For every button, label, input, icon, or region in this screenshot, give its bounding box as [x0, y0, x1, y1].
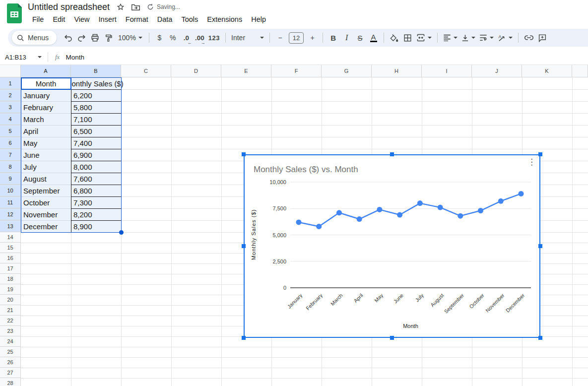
column-header-E[interactable]: E	[221, 65, 271, 77]
decrease-decimals-button[interactable]: .0←	[180, 31, 193, 45]
menu-data[interactable]: Data	[153, 14, 177, 24]
data-point-October[interactable]	[478, 208, 483, 213]
chart-resize-handle[interactable]	[242, 336, 246, 340]
data-point-November[interactable]	[498, 198, 504, 204]
cell-B12[interactable]: 8,200	[71, 208, 121, 220]
undo-button[interactable]	[62, 31, 75, 45]
zoom-select[interactable]: 100%	[115, 34, 145, 42]
row-header-19[interactable]: 19	[0, 284, 21, 295]
row-header-2[interactable]: 2	[0, 89, 21, 101]
insert-comment-button[interactable]	[535, 31, 549, 45]
column-header-I[interactable]: I	[422, 65, 472, 77]
chevron-down-icon[interactable]	[471, 37, 475, 39]
cell-B8[interactable]: 8,000	[71, 161, 121, 173]
cell-B4[interactable]: 7,100	[71, 113, 121, 125]
increase-decimals-button[interactable]: .00→	[193, 31, 206, 45]
cell-A11[interactable]: October	[21, 196, 71, 208]
format-percent-button[interactable]: %	[166, 31, 180, 45]
name-box-dropdown[interactable]	[38, 56, 42, 58]
row-header-25[interactable]: 25	[0, 347, 21, 357]
chart-resize-handle[interactable]	[538, 152, 542, 156]
sheets-logo-icon[interactable]	[7, 3, 22, 25]
cell-A2[interactable]: January	[21, 89, 71, 101]
italic-button[interactable]: I	[340, 31, 353, 45]
data-point-July[interactable]	[417, 200, 423, 206]
cell-B7[interactable]: 6,900	[71, 149, 121, 161]
fill-color-button[interactable]	[388, 31, 401, 45]
cell-B6[interactable]: 7,400	[71, 137, 121, 149]
data-point-December[interactable]	[519, 191, 524, 196]
chart-resize-handle[interactable]	[390, 152, 394, 156]
cell-A13[interactable]: December	[21, 220, 71, 232]
data-point-May[interactable]	[377, 207, 382, 212]
borders-button[interactable]	[401, 31, 414, 45]
insert-link-button[interactable]	[522, 31, 535, 45]
text-wrapping-button[interactable]	[477, 31, 496, 45]
chevron-down-icon[interactable]	[490, 37, 494, 39]
column-header-D[interactable]: D	[171, 65, 221, 77]
row-header-24[interactable]: 24	[0, 336, 21, 347]
redo-button[interactable]	[75, 31, 88, 45]
column-header-G[interactable]: G	[322, 65, 372, 77]
cell-A8[interactable]: July	[21, 161, 71, 173]
row-header-11[interactable]: 11	[0, 196, 21, 208]
cell-A1[interactable]: Month	[21, 77, 71, 89]
menu-edit[interactable]: Edit	[48, 14, 69, 24]
font-size-input[interactable]: 12	[289, 32, 304, 44]
row-header-4[interactable]: 4	[0, 113, 21, 125]
strikethrough-button[interactable]: S	[353, 31, 367, 45]
chevron-down-icon[interactable]	[509, 37, 513, 39]
column-header-H[interactable]: H	[372, 65, 422, 77]
row-header-17[interactable]: 17	[0, 263, 21, 274]
row-header-23[interactable]: 23	[0, 326, 21, 336]
column-header-partial[interactable]	[572, 65, 588, 77]
data-point-September[interactable]	[457, 213, 463, 219]
row-header-8[interactable]: 8	[0, 161, 21, 173]
cell-B13[interactable]: 8,900	[71, 220, 121, 232]
row-header-7[interactable]: 7	[0, 149, 21, 161]
cell-B2[interactable]: 6,200	[71, 89, 121, 101]
row-header-20[interactable]: 20	[0, 295, 21, 305]
column-header-K[interactable]: K	[522, 65, 572, 77]
row-header-9[interactable]: 9	[0, 173, 21, 185]
text-rotation-button[interactable]: A	[496, 31, 515, 45]
row-header-5[interactable]: 5	[0, 125, 21, 137]
embedded-chart[interactable]: ⋮ Monthly Sales ($) vs. Month02,5005,000…	[244, 154, 540, 338]
data-point-August[interactable]	[438, 205, 443, 210]
cell-B11[interactable]: 7,300	[71, 196, 121, 208]
row-header-3[interactable]: 3	[0, 101, 21, 113]
row-header-15[interactable]: 15	[0, 243, 21, 253]
cell-A10[interactable]: September	[21, 185, 71, 196]
select-all-corner[interactable]	[0, 65, 21, 77]
data-point-February[interactable]	[316, 224, 322, 229]
row-header-28[interactable]: 28	[0, 378, 21, 386]
data-point-June[interactable]	[397, 212, 402, 218]
cell-A3[interactable]: February	[21, 101, 71, 113]
chart-resize-handle[interactable]	[242, 244, 246, 248]
format-currency-button[interactable]: $	[153, 31, 166, 45]
row-header-26[interactable]: 26	[0, 357, 21, 368]
row-header-18[interactable]: 18	[0, 274, 21, 284]
chevron-down-icon[interactable]	[428, 37, 432, 39]
chart-resize-handle[interactable]	[390, 336, 394, 340]
document-title[interactable]: Untitled spreadsheet	[28, 2, 110, 12]
row-header-10[interactable]: 10	[0, 185, 21, 196]
cell-B10[interactable]: 6,800	[71, 185, 121, 196]
star-icon[interactable]	[117, 3, 125, 11]
menu-insert[interactable]: Insert	[94, 14, 121, 24]
chart-resize-handle[interactable]	[538, 336, 542, 340]
menu-view[interactable]: View	[69, 14, 94, 24]
cell-A9[interactable]: August	[21, 173, 71, 185]
menu-format[interactable]: Format	[121, 14, 153, 24]
menu-file[interactable]: File	[28, 14, 48, 24]
row-header-22[interactable]: 22	[0, 316, 21, 326]
merge-cells-button[interactable]	[414, 31, 434, 45]
column-header-F[interactable]: F	[271, 65, 322, 77]
menu-extensions[interactable]: Extensions	[202, 14, 247, 24]
cell-A5[interactable]: April	[21, 125, 71, 137]
chart-menu-button[interactable]: ⋮	[527, 158, 535, 166]
cell-A7[interactable]: June	[21, 149, 71, 161]
cell-A6[interactable]: May	[21, 137, 71, 149]
text-color-button[interactable]: A	[367, 31, 380, 45]
column-header-B[interactable]: B	[71, 65, 121, 77]
